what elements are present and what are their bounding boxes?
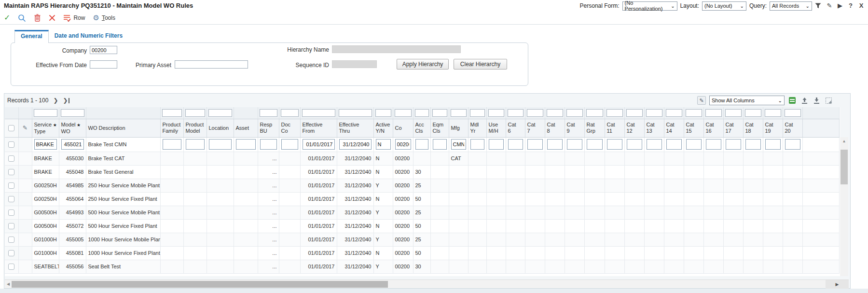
cell-doc_co[interactable] bbox=[279, 219, 300, 233]
cell-cat_15[interactable] bbox=[684, 179, 703, 192]
column-header-cat_20[interactable]: Cat20 bbox=[783, 119, 802, 137]
qbe-input-product_model[interactable] bbox=[185, 109, 205, 117]
filter-icon[interactable] bbox=[815, 3, 823, 9]
cell-rat_grp[interactable] bbox=[584, 192, 605, 206]
cell-use_mh[interactable] bbox=[486, 152, 506, 165]
cell-cat_16[interactable] bbox=[703, 165, 723, 179]
cell-cat_7[interactable] bbox=[525, 192, 545, 206]
cell-asset[interactable] bbox=[234, 260, 258, 273]
scroll-left-icon[interactable]: ◀ bbox=[5, 282, 12, 286]
cell-acc_cls[interactable]: 30 bbox=[413, 165, 430, 179]
cell-service_type[interactable] bbox=[32, 137, 59, 152]
row-checkbox[interactable] bbox=[8, 209, 14, 216]
cell-cat_16[interactable] bbox=[703, 246, 723, 260]
cell-cat_13[interactable] bbox=[644, 260, 664, 273]
cell-doc_co[interactable] bbox=[279, 260, 300, 273]
cell-mdl_yr[interactable] bbox=[468, 179, 486, 192]
cell-resp_bu[interactable]: ... bbox=[258, 165, 279, 179]
cell-mfg[interactable] bbox=[449, 233, 468, 246]
cell-cat_18[interactable] bbox=[743, 219, 763, 233]
cell-cat_7[interactable] bbox=[525, 260, 545, 273]
cell-cat_9[interactable] bbox=[565, 246, 584, 260]
cell-cat_20[interactable] bbox=[783, 233, 802, 246]
qbe-input-cat_16[interactable] bbox=[705, 109, 722, 117]
cell-cat_9[interactable] bbox=[565, 233, 584, 246]
cell-cat_18[interactable] bbox=[743, 233, 763, 246]
column-header-service_type[interactable]: Service ★Type bbox=[32, 119, 59, 137]
cell-mfg[interactable] bbox=[449, 246, 468, 260]
qbe-input-cat_20[interactable] bbox=[785, 109, 801, 117]
cell-cat_18[interactable] bbox=[743, 179, 763, 192]
cell-wo_description[interactable]: Seat Belt Test bbox=[86, 260, 160, 273]
tab-general[interactable]: General bbox=[14, 30, 49, 43]
cell-acc_cls[interactable]: 25 bbox=[413, 206, 430, 219]
edit-query-icon[interactable]: ✎ bbox=[826, 1, 833, 10]
column-header-resp_bu[interactable]: RespBU bbox=[258, 119, 279, 137]
qbe-input-effective_thru[interactable] bbox=[339, 109, 372, 117]
cell-wo_description[interactable]: Brake Test CMN bbox=[86, 137, 160, 152]
cell-model_wo[interactable] bbox=[59, 137, 86, 152]
cell-cat_14[interactable] bbox=[664, 137, 684, 152]
cell-eqm_cls[interactable] bbox=[430, 192, 449, 206]
cell-cat_7[interactable] bbox=[525, 165, 545, 179]
row-checkbox[interactable] bbox=[8, 182, 14, 189]
cell-mdl_yr[interactable] bbox=[468, 152, 486, 165]
cell-cat_16[interactable] bbox=[703, 219, 723, 233]
cell-cat_13[interactable] bbox=[644, 219, 664, 233]
cell-cat_19[interactable] bbox=[763, 165, 783, 179]
cell-resp_bu[interactable]: ... bbox=[258, 233, 279, 246]
cell-cat_8[interactable] bbox=[545, 152, 565, 165]
column-header-cat_14[interactable]: Cat14 bbox=[664, 119, 684, 137]
cell-cat_9[interactable] bbox=[565, 165, 584, 179]
cell-cat_8[interactable] bbox=[545, 246, 565, 260]
cell-model_wo[interactable]: 455064 bbox=[59, 192, 86, 206]
cell-active_yn[interactable]: N bbox=[373, 152, 393, 165]
cell-co[interactable]: 00200 bbox=[393, 192, 413, 206]
qbe-input-cat_13[interactable] bbox=[646, 109, 662, 117]
cell-location[interactable] bbox=[207, 192, 234, 206]
cell-cat_11[interactable] bbox=[605, 192, 624, 206]
cell-cat_13[interactable] bbox=[644, 137, 664, 152]
cell-co[interactable]: 00200 bbox=[393, 246, 413, 260]
cell-mdl_yr[interactable] bbox=[468, 260, 486, 273]
qbe-input-cat_11[interactable] bbox=[606, 109, 623, 117]
cell-cat_13[interactable] bbox=[644, 165, 664, 179]
cell-eqm_cls[interactable] bbox=[430, 219, 449, 233]
cell-cat_15[interactable] bbox=[684, 260, 703, 273]
qbe-input-cat_6[interactable] bbox=[508, 109, 524, 117]
qbe-input-active_yn[interactable] bbox=[375, 109, 391, 117]
cell-cat_18[interactable] bbox=[743, 206, 763, 219]
cell-doc_co[interactable] bbox=[279, 179, 300, 192]
cell-input-asset[interactable] bbox=[236, 139, 256, 150]
cell-model_wo[interactable]: 455081 bbox=[59, 246, 86, 260]
cell-cat_11[interactable] bbox=[605, 219, 624, 233]
cell-cat_9[interactable] bbox=[565, 219, 584, 233]
query-select[interactable]: All Records ⌄ bbox=[770, 1, 812, 11]
cell-input-cat_7[interactable] bbox=[527, 139, 543, 150]
cell-use_mh[interactable] bbox=[486, 233, 506, 246]
cell-resp_bu[interactable]: ... bbox=[258, 179, 279, 192]
cell-cat_11[interactable] bbox=[605, 246, 624, 260]
cell-input-resp_bu[interactable] bbox=[260, 139, 277, 150]
cell-mfg[interactable] bbox=[449, 219, 468, 233]
cell-cat_8[interactable] bbox=[545, 192, 565, 206]
cell-cat_16[interactable] bbox=[703, 179, 723, 192]
company-field[interactable] bbox=[90, 46, 117, 54]
cell-mfg[interactable]: CAT bbox=[449, 152, 468, 165]
column-view-select[interactable]: Show All Columns ⌄ bbox=[709, 96, 785, 105]
cell-mfg[interactable] bbox=[449, 179, 468, 192]
cell-mdl_yr[interactable] bbox=[468, 233, 486, 246]
cell-wo_description[interactable]: Brake Test General bbox=[86, 165, 160, 179]
qbe-input-cat_8[interactable] bbox=[547, 109, 563, 117]
qbe-input-co[interactable] bbox=[395, 109, 412, 117]
qbe-input-cat_15[interactable] bbox=[686, 109, 702, 117]
cell-input-product_family[interactable] bbox=[163, 139, 181, 150]
row-checkbox[interactable] bbox=[8, 196, 14, 202]
cell-eqm_cls[interactable] bbox=[430, 165, 449, 179]
cell-mfg[interactable] bbox=[449, 192, 468, 206]
column-header-cat_15[interactable]: Cat15 bbox=[684, 119, 703, 137]
cell-location[interactable] bbox=[207, 260, 234, 273]
cell-effective_from[interactable]: 01/01/2017 bbox=[300, 179, 337, 192]
cell-cat_12[interactable] bbox=[624, 246, 644, 260]
cell-doc_co[interactable] bbox=[279, 233, 300, 246]
